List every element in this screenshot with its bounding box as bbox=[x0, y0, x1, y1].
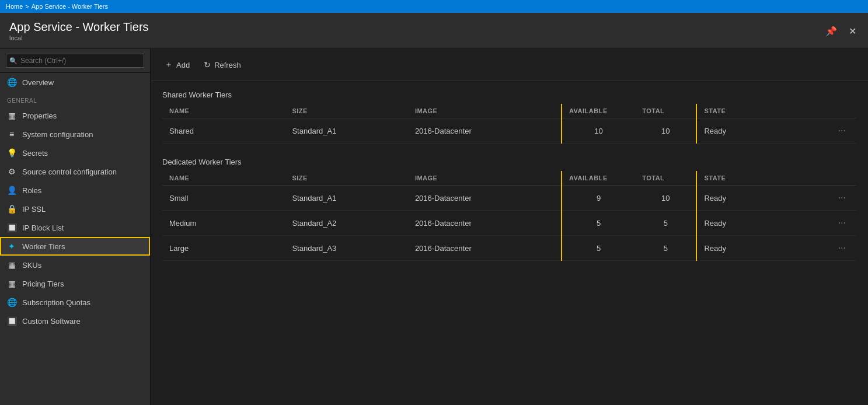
dedicated-col-name: NAME bbox=[162, 171, 285, 186]
dedicated-row-available: 9 bbox=[562, 186, 635, 211]
shared-worker-table: NAME SIZE IMAGE AVAILABLE TOTAL STATE Sh… bbox=[162, 104, 856, 144]
dedicated-row-available-medium: 5 bbox=[562, 211, 635, 236]
dedicated-row-state: Ready bbox=[696, 186, 819, 211]
search-icon: 🔍 bbox=[9, 57, 18, 65]
sidebar-item-roles[interactable]: 👤 Roles bbox=[0, 181, 150, 200]
add-button[interactable]: ＋ Add bbox=[160, 57, 194, 72]
sidebar-item-skus[interactable]: ▦ SKUs bbox=[0, 256, 150, 274]
dedicated-row-actions-1: ··· bbox=[820, 186, 856, 211]
sidebar-item-subscription-quotas[interactable]: 🌐 Subscription Quotas bbox=[0, 293, 150, 312]
search-input[interactable] bbox=[6, 54, 144, 68]
dedicated-row-name-large: Large bbox=[162, 236, 285, 261]
shared-col-total: TOTAL bbox=[635, 104, 696, 118]
content-area: Shared Worker Tiers NAME SIZE IMAGE AVAI… bbox=[151, 81, 868, 284]
dedicated-row-actions-3: ··· bbox=[820, 236, 856, 261]
refresh-icon: ↻ bbox=[204, 60, 211, 69]
sidebar-item-label: Secrets bbox=[22, 149, 48, 158]
dedicated-col-available: AVAILABLE bbox=[562, 171, 635, 186]
sidebar-item-label: Properties bbox=[22, 111, 57, 120]
sidebar-section-general: GENERAL bbox=[0, 92, 150, 106]
sidebar-item-overview[interactable]: 🌐 Overview bbox=[0, 73, 150, 92]
dedicated-row-actions-2: ··· bbox=[820, 211, 856, 236]
dedicated-row-size-medium: Standard_A2 bbox=[285, 211, 407, 236]
shared-col-actions bbox=[820, 104, 856, 118]
page-title: App Service - Worker Tiers bbox=[9, 20, 149, 33]
dedicated-row-size-large: Standard_A3 bbox=[285, 236, 407, 261]
sidebar-item-label: SKUs bbox=[22, 261, 41, 270]
shared-col-state: STATE bbox=[696, 104, 819, 118]
breadcrumb-home[interactable]: Home bbox=[6, 3, 23, 10]
shared-row-total: 10 bbox=[635, 118, 696, 144]
breadcrumb-current: App Service - Worker Tiers bbox=[32, 3, 108, 10]
shared-row-image: 2016-Datacenter bbox=[408, 118, 562, 144]
dedicated-section-title: Dedicated Worker Tiers bbox=[162, 158, 856, 166]
sidebar-item-pricing-tiers[interactable]: ▦ Pricing Tiers bbox=[0, 274, 150, 293]
dedicated-row-image-large: 2016-Datacenter bbox=[408, 236, 562, 261]
shared-row-name: Shared bbox=[162, 118, 285, 144]
shared-row-more-button[interactable]: ··· bbox=[835, 124, 849, 137]
properties-icon: ▦ bbox=[7, 111, 16, 120]
dedicated-row-size: Standard_A1 bbox=[285, 186, 407, 211]
shared-col-name: NAME bbox=[162, 104, 285, 118]
shared-row-size: Standard_A1 bbox=[285, 118, 407, 144]
dedicated-col-state: STATE bbox=[696, 171, 819, 186]
dedicated-col-size: SIZE bbox=[285, 171, 407, 186]
sidebar-item-source-control[interactable]: ⚙ Source control configuration bbox=[0, 162, 150, 181]
breadcrumb-separator: > bbox=[25, 3, 29, 10]
toolbar: ＋ Add ↻ Refresh bbox=[151, 49, 868, 81]
sidebar-item-properties[interactable]: ▦ Properties bbox=[0, 106, 150, 125]
title-bar: App Service - Worker Tiers local 📌 ✕ bbox=[0, 13, 868, 49]
sidebar-item-label: Subscription Quotas bbox=[22, 298, 90, 307]
sidebar-item-ip-ssl[interactable]: 🔒 IP SSL bbox=[0, 200, 150, 218]
table-row: Medium Standard_A2 2016-Datacenter 5 5 R… bbox=[162, 211, 856, 236]
refresh-button[interactable]: ↻ Refresh bbox=[199, 58, 246, 72]
sidebar-item-system-configuration[interactable]: ≡ System configuration bbox=[0, 125, 150, 144]
sidebar-item-ip-block-list[interactable]: 🔲 IP Block List bbox=[0, 218, 150, 237]
shared-col-image: IMAGE bbox=[408, 104, 562, 118]
close-button[interactable]: ✕ bbox=[846, 23, 859, 39]
dedicated-row-state-large: Ready bbox=[696, 236, 819, 261]
system-config-icon: ≡ bbox=[7, 130, 16, 139]
pricing-icon: ▦ bbox=[7, 279, 16, 288]
dedicated-row-total-medium: 5 bbox=[635, 211, 696, 236]
dedicated-row-available-large: 5 bbox=[562, 236, 635, 261]
table-row: Small Standard_A1 2016-Datacenter 9 10 R… bbox=[162, 186, 856, 211]
sidebar-item-custom-software[interactable]: 🔲 Custom Software bbox=[0, 312, 150, 330]
dedicated-row-state-medium: Ready bbox=[696, 211, 819, 236]
secrets-icon: 💡 bbox=[7, 148, 16, 158]
main-content: ＋ Add ↻ Refresh Shared Worker Tiers NAME… bbox=[151, 49, 868, 405]
shared-section-title: Shared Worker Tiers bbox=[162, 90, 856, 99]
add-icon: ＋ bbox=[165, 60, 173, 70]
sidebar-item-label: Roles bbox=[22, 186, 41, 195]
source-control-icon: ⚙ bbox=[7, 167, 16, 176]
search-box: 🔍 bbox=[0, 49, 150, 73]
shared-row-available: 10 bbox=[562, 118, 635, 144]
shared-row-actions: ··· bbox=[820, 118, 856, 144]
dedicated-col-total: TOTAL bbox=[635, 171, 696, 186]
sidebar-item-label: Source control configuration bbox=[22, 167, 117, 176]
worker-tiers-icon: ✦ bbox=[7, 242, 16, 251]
page-subtitle: local bbox=[9, 34, 149, 41]
pin-button[interactable]: 📌 bbox=[823, 23, 839, 39]
sidebar-item-secrets[interactable]: 💡 Secrets bbox=[0, 144, 150, 162]
dedicated-col-actions bbox=[820, 171, 856, 186]
dedicated-row-total-large: 5 bbox=[635, 236, 696, 261]
sidebar-item-worker-tiers[interactable]: ✦ Worker Tiers bbox=[0, 237, 150, 256]
dedicated-row-1-more-button[interactable]: ··· bbox=[835, 191, 849, 204]
shared-col-size: SIZE bbox=[285, 104, 407, 118]
skus-icon: ▦ bbox=[7, 260, 16, 270]
shared-row-state: Ready bbox=[696, 118, 819, 144]
layout: 🔍 🌐 Overview GENERAL ▦ Properties ≡ Syst… bbox=[0, 49, 868, 405]
sidebar-item-label: System configuration bbox=[22, 130, 93, 139]
dedicated-row-name-medium: Medium bbox=[162, 211, 285, 236]
ip-ssl-icon: 🔒 bbox=[7, 204, 16, 214]
refresh-label: Refresh bbox=[214, 61, 241, 69]
dedicated-worker-table: NAME SIZE IMAGE AVAILABLE TOTAL STATE Sm… bbox=[162, 171, 856, 261]
dedicated-row-image: 2016-Datacenter bbox=[408, 186, 562, 211]
shared-col-available: AVAILABLE bbox=[562, 104, 635, 118]
sidebar-item-label: IP Block List bbox=[22, 224, 64, 232]
dedicated-row-2-more-button[interactable]: ··· bbox=[835, 217, 849, 229]
subscription-icon: 🌐 bbox=[7, 298, 16, 307]
dedicated-row-3-more-button[interactable]: ··· bbox=[835, 242, 849, 254]
dedicated-row-name: Small bbox=[162, 186, 285, 211]
